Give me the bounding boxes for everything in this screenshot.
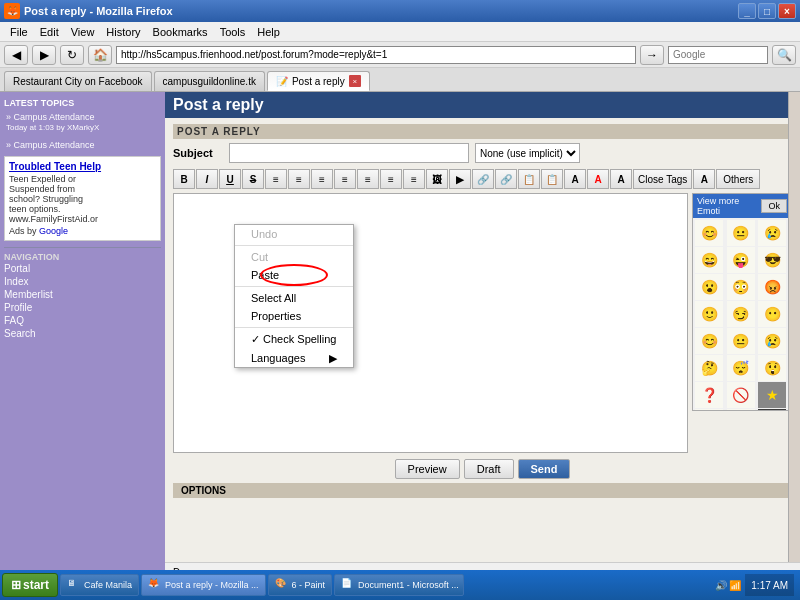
align-left-button[interactable]: ≡	[265, 169, 287, 189]
emoji-24[interactable]: ★	[758, 409, 786, 411]
ad-text: Teen Expelled orSuspended fromschool? St…	[9, 174, 156, 224]
emoji-7[interactable]: 😮	[695, 274, 723, 300]
unlink-button[interactable]: 🔗	[495, 169, 517, 189]
taskbar-paint[interactable]: 🎨 6 - Paint	[268, 574, 333, 596]
ordered-list-button[interactable]: ≡	[357, 169, 379, 189]
nav-faq[interactable]: FAQ	[4, 314, 161, 327]
strikethrough-button[interactable]: S	[242, 169, 264, 189]
go-button[interactable]: →	[640, 45, 664, 65]
emoji-20[interactable]: 🚫	[727, 382, 755, 408]
maximize-button[interactable]: □	[758, 3, 776, 19]
address-input[interactable]	[116, 46, 636, 64]
emoji-1[interactable]: 😊	[695, 220, 723, 246]
others-button[interactable]: Others	[716, 169, 760, 189]
ctx-undo[interactable]: Undo	[235, 225, 353, 243]
ad-title[interactable]: Troubled Teen Help	[9, 161, 156, 172]
link-button[interactable]: 🔗	[472, 169, 494, 189]
text-editor[interactable]: Undo Cut Paste Select All Properties ✓ C…	[173, 193, 688, 453]
align-justify-button[interactable]: ≡	[334, 169, 356, 189]
ctx-paste[interactable]: Paste	[235, 266, 353, 284]
nav-portal[interactable]: Portal	[4, 262, 161, 275]
nav-search[interactable]: Search	[4, 327, 161, 340]
emoji-ok-button[interactable]: Ok	[761, 199, 787, 213]
emoji-23[interactable]: ★	[727, 409, 755, 411]
align-center-button[interactable]: ≡	[288, 169, 310, 189]
emoji-14[interactable]: 😐	[727, 328, 755, 354]
emoji-5[interactable]: 😜	[727, 247, 755, 273]
tab-campusguild[interactable]: campusguildonline.tk	[154, 71, 265, 91]
image-button[interactable]: 🖼	[426, 169, 448, 189]
campus-attendance-2[interactable]: » Campus Attendance	[4, 138, 161, 152]
ctx-cut[interactable]: Cut	[235, 248, 353, 266]
font-size-button[interactable]: A	[693, 169, 715, 189]
emoji-22[interactable]: 👑	[695, 409, 723, 411]
subject-input[interactable]	[229, 143, 469, 163]
menu-edit[interactable]: Edit	[34, 24, 65, 40]
reload-button[interactable]: ↻	[60, 45, 84, 65]
back-button[interactable]: ◀	[4, 45, 28, 65]
send-button[interactable]: Send	[518, 459, 571, 479]
emoji-18[interactable]: 😲	[758, 355, 786, 381]
emoji-3[interactable]: 😢	[758, 220, 786, 246]
nav-profile[interactable]: Profile	[4, 301, 161, 314]
preview-button[interactable]: Preview	[395, 459, 460, 479]
forward-button[interactable]: ▶	[32, 45, 56, 65]
emoji-6[interactable]: 😎	[758, 247, 786, 273]
ctx-select-all[interactable]: Select All	[235, 289, 353, 307]
emoji-12[interactable]: 😶	[758, 301, 786, 327]
special-char-button[interactable]: A	[564, 169, 586, 189]
video-button[interactable]: ▶	[449, 169, 471, 189]
search-go-button[interactable]: 🔍	[772, 45, 796, 65]
ctx-check-spelling[interactable]: ✓ Check Spelling	[235, 330, 353, 349]
subject-dropdown[interactable]: None (use implicit)	[475, 143, 580, 163]
emoji-2[interactable]: 😐	[727, 220, 755, 246]
start-button[interactable]: ⊞ start	[2, 573, 58, 597]
bold-button[interactable]: B	[173, 169, 195, 189]
close-button[interactable]: ×	[778, 3, 796, 19]
italic-button[interactable]: I	[196, 169, 218, 189]
bg-color-button[interactable]: A	[610, 169, 632, 189]
ctx-languages[interactable]: Languages ▶	[235, 349, 353, 367]
indent-button[interactable]: ≡	[403, 169, 425, 189]
emoji-13[interactable]: 😊	[695, 328, 723, 354]
emoji-16[interactable]: 🤔	[695, 355, 723, 381]
taskbar-firefox[interactable]: 🦊 Post a reply - Mozilla ...	[141, 574, 266, 596]
menu-help[interactable]: Help	[251, 24, 286, 40]
color-button[interactable]: A	[587, 169, 609, 189]
campus-attendance-1[interactable]: » Campus Attendance Today at 1:03 by XMa…	[4, 110, 161, 134]
menu-view[interactable]: View	[65, 24, 101, 40]
menu-bookmarks[interactable]: Bookmarks	[147, 24, 214, 40]
tab-restaurant-city[interactable]: Restaurant City on Facebook	[4, 71, 152, 91]
tab-close-button[interactable]: ×	[349, 75, 361, 87]
emoji-17[interactable]: 😴	[727, 355, 755, 381]
emoji-10[interactable]: 🙂	[695, 301, 723, 327]
ctx-properties[interactable]: Properties	[235, 307, 353, 325]
emoji-11[interactable]: 😏	[727, 301, 755, 327]
copy-button[interactable]: 📋	[518, 169, 540, 189]
paste-button[interactable]: 📋	[541, 169, 563, 189]
emoji-8[interactable]: 😳	[727, 274, 755, 300]
menu-tools[interactable]: Tools	[214, 24, 252, 40]
taskbar-cafe-manila[interactable]: 🖥 Cafe Manila	[60, 574, 139, 596]
minimize-button[interactable]: _	[738, 3, 756, 19]
menu-file[interactable]: File	[4, 24, 34, 40]
emoji-4[interactable]: 😄	[695, 247, 723, 273]
emoji-21[interactable]: ★	[758, 382, 786, 408]
search-input[interactable]	[668, 46, 768, 64]
unordered-list-button[interactable]: ≡	[380, 169, 402, 189]
align-right-button[interactable]: ≡	[311, 169, 333, 189]
forum-scrollbar[interactable]	[788, 92, 800, 582]
emoji-9[interactable]: 😡	[758, 274, 786, 300]
nav-index[interactable]: Index	[4, 275, 161, 288]
menu-history[interactable]: History	[100, 24, 146, 40]
close-tags-button[interactable]: Close Tags	[633, 169, 692, 189]
nav-memberlist[interactable]: Memberlist	[4, 288, 161, 301]
home-button[interactable]: 🏠	[88, 45, 112, 65]
underline-button[interactable]: U	[219, 169, 241, 189]
google-link[interactable]: Google	[39, 226, 68, 236]
emoji-19[interactable]: ❓	[695, 382, 723, 408]
tab-post-reply[interactable]: 📝 Post a reply ×	[267, 71, 370, 91]
emoji-15[interactable]: 😢	[758, 328, 786, 354]
taskbar-word[interactable]: 📄 Document1 - Microsoft ...	[334, 574, 464, 596]
draft-button[interactable]: Draft	[464, 459, 514, 479]
